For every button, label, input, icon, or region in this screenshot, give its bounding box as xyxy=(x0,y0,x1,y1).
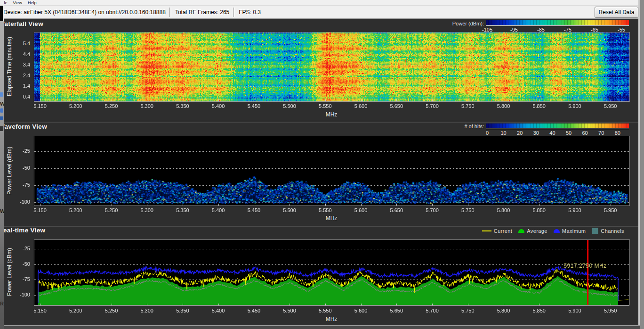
average-dome-icon xyxy=(518,229,524,233)
status-separator xyxy=(169,8,171,17)
power-colorbar-gradient xyxy=(486,20,629,25)
waterfall-y-axis-label: Elapsed Time (minutes) xyxy=(6,32,14,101)
x-tick-label: 5.750 xyxy=(458,103,478,109)
x-tick-label: 5.550 xyxy=(315,103,336,109)
colorbar-tick-label: 60 xyxy=(578,130,592,136)
y-tick-label: -25 xyxy=(13,246,30,251)
colorbar-tick-label: -95 xyxy=(505,27,523,33)
x-tick-mark xyxy=(254,304,254,305)
x-tick-mark xyxy=(325,99,326,101)
x-tick-mark xyxy=(468,99,468,101)
x-tick-label: 5.900 xyxy=(564,207,585,213)
x-tick-mark xyxy=(183,204,183,206)
section-separator xyxy=(0,225,638,227)
x-tick-label: 5.550 xyxy=(315,207,336,213)
x-tick-mark xyxy=(40,204,40,206)
x-axis-unit: MHz xyxy=(308,316,355,322)
x-tick-mark xyxy=(539,304,539,305)
x-axis-line xyxy=(34,101,629,102)
x-tick-label: 5.550 xyxy=(315,308,336,313)
background-window-icon xyxy=(0,108,3,113)
colorbar-tick-label: 50 xyxy=(562,130,576,136)
background-window-letter: W xyxy=(0,208,4,214)
x-tick-label: 5.150 xyxy=(30,103,50,109)
hits-colorbar-gradient xyxy=(486,123,629,128)
reset-all-data-button[interactable]: Reset All Data xyxy=(595,7,638,18)
x-tick-label: 5.900 xyxy=(564,103,585,109)
x-tick-label: 5.700 xyxy=(422,103,443,109)
y-tick-label: 2.4 xyxy=(13,73,30,78)
x-tick-label: 5.800 xyxy=(493,308,514,313)
power-colorbar-underline xyxy=(486,25,629,26)
x-tick-label: 5.850 xyxy=(529,207,549,213)
realtime-plot[interactable] xyxy=(34,239,630,305)
menu-item-view[interactable]: View xyxy=(13,0,22,5)
x-tick-mark xyxy=(468,304,468,305)
colorbar-tick-label: 30 xyxy=(529,130,543,136)
x-tick-mark xyxy=(539,204,539,206)
colorbar-tick-label: 80 xyxy=(611,130,625,136)
background-window-letter: W xyxy=(0,101,4,107)
x-tick-label: 5.200 xyxy=(65,308,86,313)
fps-indicator: FPS: 0.3 xyxy=(239,9,261,16)
x-tick-label: 5.250 xyxy=(101,103,122,109)
colorbar-tick-label: -55 xyxy=(612,27,631,33)
colorbar-tick-label: -65 xyxy=(585,27,604,33)
waterfall-plot[interactable] xyxy=(34,32,630,102)
background-window-artifact xyxy=(0,6,3,21)
y-tick-label: -100 xyxy=(13,199,30,205)
x-tick-label: 5.500 xyxy=(279,308,300,313)
y-tick-label: 1.4 xyxy=(13,83,30,89)
colorbar-tick-label: 20 xyxy=(513,130,527,136)
realtime-panel-title: Real-time View xyxy=(0,227,45,234)
legend-label: Channels xyxy=(601,228,624,234)
waveform-plot[interactable] xyxy=(34,136,630,206)
x-tick-mark xyxy=(218,204,219,206)
x-tick-mark xyxy=(290,204,290,206)
x-tick-label: 5.500 xyxy=(279,207,300,213)
x-tick-mark xyxy=(575,304,575,305)
desktop-background xyxy=(640,0,644,329)
x-tick-label: 5.300 xyxy=(137,103,157,109)
x-tick-label: 5.950 xyxy=(600,308,621,313)
x-tick-mark xyxy=(183,304,183,305)
x-tick-label: 5.600 xyxy=(351,207,371,213)
x-tick-mark xyxy=(147,99,147,101)
x-axis-unit: MHz xyxy=(308,111,355,118)
x-tick-mark xyxy=(147,204,147,206)
x-tick-label: 5.500 xyxy=(279,103,300,109)
x-tick-mark xyxy=(396,204,397,206)
colorbar-tick-label: -85 xyxy=(531,27,550,33)
x-tick-mark xyxy=(432,99,433,101)
colorbar-tick-label: 70 xyxy=(594,130,608,136)
x-tick-label: 5.350 xyxy=(172,308,193,313)
x-tick-label: 5.400 xyxy=(208,103,229,109)
hits-colorbar-underline xyxy=(486,129,629,129)
legend-label: Current xyxy=(494,228,512,234)
x-tick-label: 5.750 xyxy=(458,308,478,313)
y-tick-label: 3.4 xyxy=(13,62,30,67)
x-tick-mark xyxy=(290,99,290,101)
x-tick-label: 5.700 xyxy=(422,308,443,313)
x-tick-mark xyxy=(575,99,575,101)
legend: Current Average Maximum Channels xyxy=(482,228,624,234)
x-tick-mark xyxy=(396,304,397,305)
legend-item-current: Current xyxy=(482,228,512,234)
x-tick-label: 5.150 xyxy=(30,207,50,213)
x-tick-label: 5.850 xyxy=(529,103,549,109)
x-tick-mark xyxy=(76,304,76,305)
x-axis-line xyxy=(34,206,629,206)
y-tick-label: -75 xyxy=(13,182,30,188)
y-tick-label: 0.4 xyxy=(13,94,30,99)
legend-item-average: Average xyxy=(518,228,547,234)
x-tick-mark xyxy=(396,99,397,101)
hits-colorbar-label: # of hits: xyxy=(427,123,484,129)
x-tick-mark xyxy=(112,99,112,101)
x-tick-label: 5.850 xyxy=(529,308,549,313)
menu-item-help[interactable]: Help xyxy=(28,0,37,5)
x-tick-label: 5.200 xyxy=(65,207,86,213)
x-tick-label: 5.150 xyxy=(30,308,50,313)
x-tick-label: 5.350 xyxy=(172,207,193,213)
x-tick-mark xyxy=(290,304,290,305)
x-tick-mark xyxy=(432,304,433,305)
